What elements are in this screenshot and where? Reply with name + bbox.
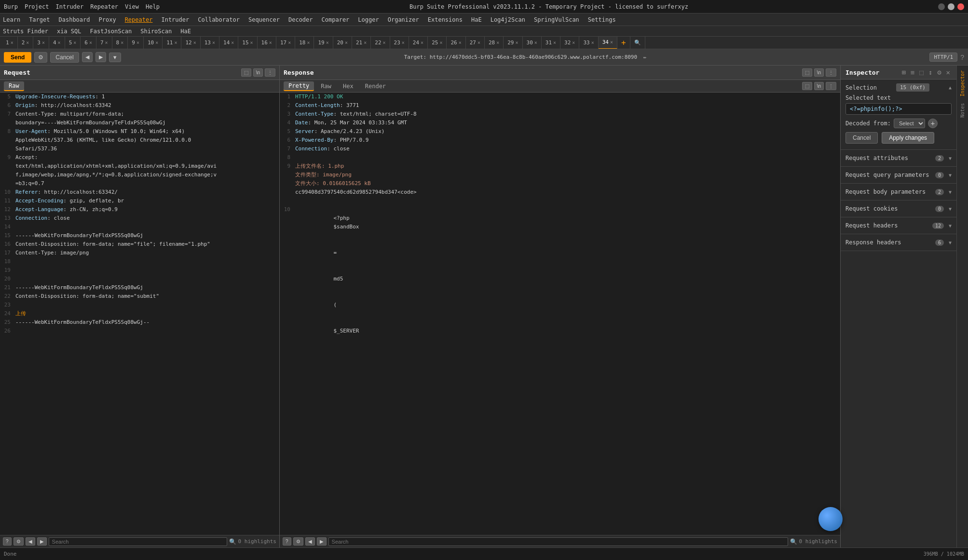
tab-23[interactable]: 23× <box>390 37 409 49</box>
request-search-input[interactable] <box>49 537 227 546</box>
tab-4[interactable]: 4× <box>49 37 65 49</box>
tab-19[interactable]: 19× <box>314 37 333 49</box>
tab-25[interactable]: 25× <box>428 37 447 49</box>
tab-26[interactable]: 26× <box>447 37 465 49</box>
tab-20[interactable]: 20× <box>333 37 352 49</box>
tab-10[interactable]: 10× <box>144 37 163 49</box>
response-tool-indent[interactable]: \n <box>814 68 824 77</box>
inspector-icon-split[interactable]: ⬚ <box>918 68 925 76</box>
response-tab-pretty[interactable]: Pretty <box>284 81 314 91</box>
section-chevron-2[interactable]: ▼ <box>949 189 952 195</box>
tab-17[interactable]: 17× <box>276 37 295 49</box>
tab-28[interactable]: 28× <box>485 37 504 49</box>
inspector-section-header-0[interactable]: Request attributes 2 ▼ <box>845 153 952 163</box>
cancel-changes-button[interactable]: Cancel <box>845 132 878 144</box>
send-button[interactable]: Send <box>4 52 31 63</box>
nav-down-button[interactable]: ▼ <box>109 53 121 62</box>
window-controls[interactable] <box>938 3 964 10</box>
tab-16[interactable]: 16× <box>258 37 276 49</box>
subnav-struts[interactable]: Struts Finder <box>3 28 48 35</box>
tab-6[interactable]: 6× <box>81 37 96 49</box>
tab-13[interactable]: 13× <box>201 37 219 49</box>
menu-burp[interactable]: Burp <box>4 3 18 10</box>
menu-intruder[interactable]: Intruder <box>55 3 83 10</box>
section-chevron-4[interactable]: ▼ <box>949 223 952 228</box>
inspector-section-header-5[interactable]: Response headers 6 ▼ <box>845 237 952 248</box>
request-nav-back[interactable]: ◀ <box>26 537 35 546</box>
response-settings-icon[interactable]: ⚙ <box>293 537 303 546</box>
subnav-fastjson[interactable]: FastJsonScan <box>90 28 132 35</box>
section-chevron-3[interactable]: ▼ <box>949 206 952 212</box>
nav-back-button[interactable]: ◀ <box>82 52 93 62</box>
nav-dashboard[interactable]: Dashboard <box>58 16 90 23</box>
response-tab-render[interactable]: Render <box>360 82 391 91</box>
nav-comparer[interactable]: Comparer <box>322 16 350 23</box>
minimize-button[interactable] <box>938 3 945 10</box>
subnav-xiasql[interactable]: xia SQL <box>57 28 82 35</box>
inspector-close-button[interactable]: ✕ <box>945 68 952 76</box>
response-help-icon[interactable]: ? <box>283 537 291 546</box>
request-tool-copy[interactable]: ⬚ <box>241 68 251 77</box>
response-tool-more[interactable]: ⋮ <box>826 68 836 77</box>
tab-34[interactable]: 34× <box>599 37 617 49</box>
response-nav-forward[interactable]: ▶ <box>317 537 327 546</box>
nav-logger[interactable]: Logger <box>358 16 379 23</box>
tab-11[interactable]: 11× <box>163 37 181 49</box>
tab-24[interactable]: 24× <box>409 37 428 49</box>
inspector-section-header-2[interactable]: Request body parameters 2 ▼ <box>845 187 952 197</box>
tab-22[interactable]: 22× <box>371 37 390 49</box>
side-tab-inspector[interactable]: Inspector <box>958 67 967 99</box>
subnav-shiroscan[interactable]: ShiroScan <box>140 28 172 35</box>
nav-organizer[interactable]: Organizer <box>388 16 419 23</box>
apply-changes-button[interactable]: Apply changes <box>882 132 934 144</box>
menu-view[interactable]: View <box>125 3 139 10</box>
request-tool-more[interactable]: ⋮ <box>265 68 275 77</box>
tab-add[interactable]: + <box>617 37 630 49</box>
nav-forward-button[interactable]: ▶ <box>95 52 106 62</box>
cancel-button[interactable]: Cancel <box>50 52 79 63</box>
titlebar-menu[interactable]: Burp Project Intruder Repeater View Help <box>4 3 160 10</box>
nav-springvulscan[interactable]: SpringVulScan <box>534 16 579 23</box>
nav-proxy[interactable]: Proxy <box>99 16 116 23</box>
tab-29[interactable]: 29× <box>504 37 522 49</box>
tab-14[interactable]: 14× <box>219 37 238 49</box>
settings-button[interactable]: ⚙ <box>34 52 47 63</box>
response-subtool-more[interactable]: ⋮ <box>826 82 836 90</box>
decoded-add-button[interactable]: + <box>928 119 938 128</box>
section-chevron-1[interactable]: ▼ <box>949 173 952 178</box>
nav-settings[interactable]: Settings <box>588 16 616 23</box>
nav-collaborator[interactable]: Collaborator <box>198 16 240 23</box>
inspector-icon-grid[interactable]: ⊞ <box>900 68 907 76</box>
selection-chevron[interactable]: ▲ <box>949 85 952 90</box>
inspector-icon-list[interactable]: ≡ <box>909 68 916 76</box>
nav-repeater[interactable]: Repeater <box>125 16 153 23</box>
tab-12[interactable]: 12× <box>181 37 200 49</box>
inspector-section-header-1[interactable]: Request query parameters 0 ▼ <box>845 170 952 180</box>
tab-5[interactable]: 5× <box>65 37 81 49</box>
tab-8[interactable]: 8× <box>112 37 128 49</box>
response-tab-raw[interactable]: Raw <box>316 82 336 91</box>
menu-help[interactable]: Help <box>146 3 160 10</box>
maximize-button[interactable] <box>948 3 954 10</box>
inspector-section-header-3[interactable]: Request cookies 0 ▼ <box>845 203 952 214</box>
response-subtool-copy[interactable]: ⬚ <box>802 82 812 90</box>
target-edit-icon[interactable]: ✏ <box>643 54 647 60</box>
request-tool-indent[interactable]: \n <box>253 68 263 77</box>
nav-decoder[interactable]: Decoder <box>288 16 313 23</box>
response-search-icon[interactable]: 🔍 <box>790 538 797 545</box>
section-chevron-0[interactable]: ▼ <box>949 156 952 161</box>
request-search-icon[interactable]: 🔍 <box>229 538 236 545</box>
subnav-hae[interactable]: HaE <box>180 28 191 35</box>
tab-21[interactable]: 21× <box>352 37 371 49</box>
response-tab-hex[interactable]: Hex <box>338 82 358 91</box>
decoded-select[interactable]: Select <box>894 119 925 128</box>
section-chevron-5[interactable]: ▼ <box>949 240 952 245</box>
nav-learn[interactable]: Learn <box>3 16 20 23</box>
nav-hae[interactable]: HaE <box>471 16 482 23</box>
tab-27[interactable]: 27× <box>466 37 485 49</box>
response-search-input[interactable] <box>328 537 788 546</box>
response-tool-copy[interactable]: ⬚ <box>802 68 812 77</box>
tab-31[interactable]: 31× <box>542 37 560 49</box>
request-tab-raw[interactable]: Raw <box>4 81 24 91</box>
help-button[interactable]: ? <box>960 53 964 61</box>
